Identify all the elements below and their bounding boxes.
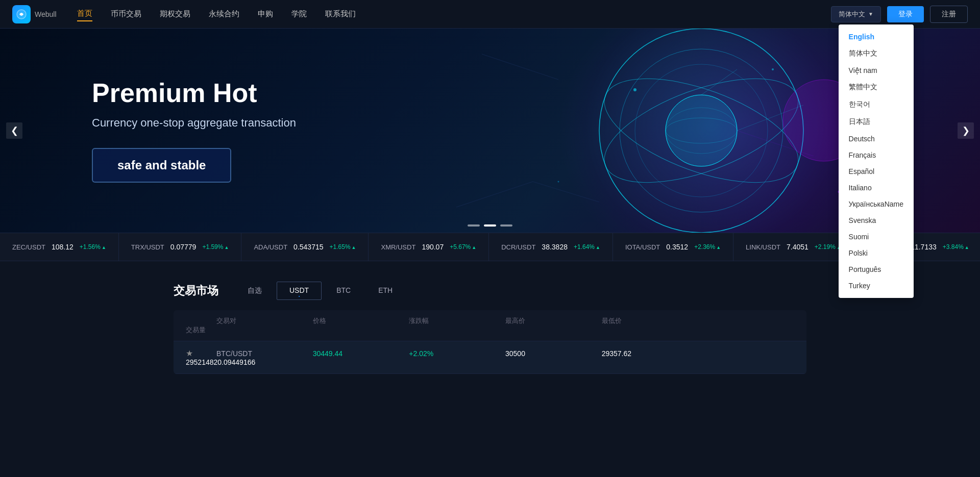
nav-contact[interactable]: 联系我们 — [325, 7, 356, 21]
lang-option-portuguese[interactable]: Português — [839, 261, 914, 278]
hero-title: Premium Hot — [92, 79, 296, 108]
ticker-item-link[interactable]: LINK/USDT 7.4051 +2.19% — [733, 233, 854, 261]
register-button[interactable]: 注册 — [930, 6, 968, 23]
svg-point-8 — [666, 95, 737, 166]
lang-option-zh-hans[interactable]: 简体中文 — [839, 45, 914, 62]
nav-options[interactable]: 期权交易 — [160, 7, 190, 21]
lang-dropdown: English 简体中文 Việt nam 繁體中文 한국어 日本語 Deuts… — [839, 24, 914, 298]
col-change: 涨跌幅 — [409, 316, 505, 325]
ticker-change-link: +2.19% — [815, 243, 841, 250]
lang-option-spanish[interactable]: Español — [839, 163, 914, 180]
svg-point-20 — [558, 181, 559, 183]
lang-option-ukrainian[interactable]: УкраїнськаName — [839, 196, 914, 212]
arrow-up-icon — [965, 243, 969, 250]
nav-home[interactable]: 首页 — [77, 7, 92, 21]
hero-dot-2[interactable] — [484, 224, 496, 227]
tab-btc[interactable]: BTC — [324, 282, 363, 300]
ticker-pair-trx: TRX/USDT — [131, 243, 164, 251]
login-button[interactable]: 登录 — [887, 6, 924, 22]
svg-line-21 — [456, 182, 533, 207]
col-pair: 交易对 — [216, 316, 313, 325]
ticker-item-iota[interactable]: IOTA/USDT 0.3512 +2.36% — [613, 233, 733, 261]
row-high: 30500 — [505, 349, 602, 358]
svg-line-23 — [482, 54, 558, 80]
ticker-item-dcr[interactable]: DCR/USDT 38.3828 +1.64% — [489, 233, 613, 261]
arrow-up-icon — [472, 243, 476, 250]
hero-content: Premium Hot Currency one-stop aggregate … — [0, 79, 296, 182]
market-tabs: 自选 USDT BTC ETH — [235, 282, 405, 300]
nav-spot[interactable]: 币币交易 — [111, 7, 141, 21]
ticker-items: ZEC/USDT 108.12 +1.56% TRX/USDT 0.07779 … — [0, 233, 980, 261]
logo-icon — [12, 5, 31, 23]
lang-option-german[interactable]: Deutsch — [839, 131, 914, 147]
row-change: +2.02% — [409, 349, 505, 358]
lang-option-zh-hant[interactable]: 繁體中文 — [839, 79, 914, 96]
col-star — [186, 316, 216, 325]
lang-option-finnish[interactable]: Suomi — [839, 229, 914, 245]
market-table-header: 交易对 价格 涨跌幅 最高价 最低价 交易量 — [174, 310, 806, 341]
ticker-pair-ada: ADA/USDT — [254, 243, 287, 251]
hero-prev-arrow[interactable]: ❮ — [6, 122, 22, 139]
ticker-item-ada[interactable]: ADA/USDT 0.543715 +1.65% — [241, 233, 369, 261]
ticker-pair-iota: IOTA/USDT — [625, 243, 660, 251]
arrow-up-icon — [596, 243, 600, 250]
lang-option-polish[interactable]: Polski — [839, 245, 914, 261]
ticker-price-trx: 0.07779 — [170, 243, 197, 251]
star-icon[interactable]: ★ — [186, 348, 216, 358]
ticker-change-trx: +1.59% — [202, 243, 229, 250]
hero-dot-1[interactable] — [468, 224, 480, 227]
ticker-pair-link: LINK/USDT — [746, 243, 780, 251]
hero-cta-button[interactable]: safe and stable — [92, 148, 231, 183]
row-low: 29357.62 — [602, 349, 794, 358]
ticker-item-xmr[interactable]: XMR/USDT 190.07 +5.67% — [369, 233, 489, 261]
table-row[interactable]: ★ BTC/USDT 30449.44 +2.02% 30500 29357.6… — [174, 341, 806, 374]
nav-academy[interactable]: 学院 — [291, 7, 307, 21]
ticker-price-link: 7.4051 — [787, 243, 808, 251]
ticker-change-ada: +1.65% — [330, 243, 356, 250]
hero-next-arrow[interactable]: ❯ — [958, 122, 974, 139]
logo[interactable]: Webull — [12, 5, 57, 23]
nav-ipo[interactable]: 申购 — [258, 7, 273, 21]
lang-option-korean[interactable]: 한국어 — [839, 96, 914, 113]
col-low: 最低价 — [602, 316, 794, 325]
lang-option-japanese[interactable]: 日本語 — [839, 113, 914, 131]
ticker-price-iota: 0.3512 — [666, 243, 688, 251]
lang-option-viet[interactable]: Việt nam — [839, 62, 914, 79]
col-high: 最高价 — [505, 316, 602, 325]
lang-option-french[interactable]: Français — [839, 147, 914, 163]
arrow-up-icon — [102, 243, 106, 250]
lang-option-italian[interactable]: Italiano — [839, 180, 914, 196]
lang-current: 简体中文 — [839, 10, 865, 19]
logo-label: Webull — [35, 10, 57, 18]
ticker-price-ada: 0.543715 — [293, 243, 323, 251]
hero-dot-3[interactable] — [500, 224, 512, 227]
ticker-item-zec[interactable]: ZEC/USDT 108.12 +1.56% — [0, 233, 119, 261]
market-table: 交易对 价格 涨跌幅 最高价 最低价 交易量 ★ BTC/USDT 30449.… — [174, 310, 806, 374]
col-volume: 交易量 — [186, 325, 216, 335]
col-price: 价格 — [313, 316, 409, 325]
lang-option-swedish[interactable]: Svenska — [839, 212, 914, 229]
chevron-down-icon: ▼ — [868, 11, 873, 17]
hero-dots — [468, 224, 512, 227]
ticker-item-trx[interactable]: TRX/USDT 0.07779 +1.59% — [119, 233, 242, 261]
ticker-pair-zec: ZEC/USDT — [12, 243, 45, 251]
ticker-change-zec: +1.56% — [80, 243, 106, 250]
row-pair: BTC/USDT — [216, 349, 313, 358]
ticker-change-atom: +3.84% — [943, 243, 969, 250]
tab-usdt[interactable]: USDT — [277, 282, 322, 300]
tab-eth[interactable]: ETH — [365, 282, 405, 300]
tab-favorites[interactable]: 自选 — [235, 282, 275, 300]
ticker-price-atom: 11.7133 — [911, 243, 937, 251]
ticker-change-dcr: +1.64% — [574, 243, 600, 250]
lang-option-turkish[interactable]: Turkey — [839, 278, 914, 294]
nav-perp[interactable]: 永续合约 — [209, 7, 239, 21]
ticker-price-zec: 108.12 — [52, 243, 74, 251]
lang-selector[interactable]: 简体中文 ▼ — [831, 6, 881, 22]
row-price: 30449.44 — [313, 349, 409, 358]
market-section: 交易市场 自选 USDT BTC ETH 交易对 价格 涨跌幅 最高价 最低价 … — [0, 261, 980, 394]
nav-links: 首页 币币交易 期权交易 永续合约 申购 学院 联系我们 — [77, 7, 831, 21]
row-volume: 295214820.09449166 — [186, 358, 216, 366]
ticker-price-dcr: 38.3828 — [542, 243, 568, 251]
ticker-change-xmr: +5.67% — [450, 243, 476, 250]
lang-option-english[interactable]: English — [839, 29, 914, 45]
